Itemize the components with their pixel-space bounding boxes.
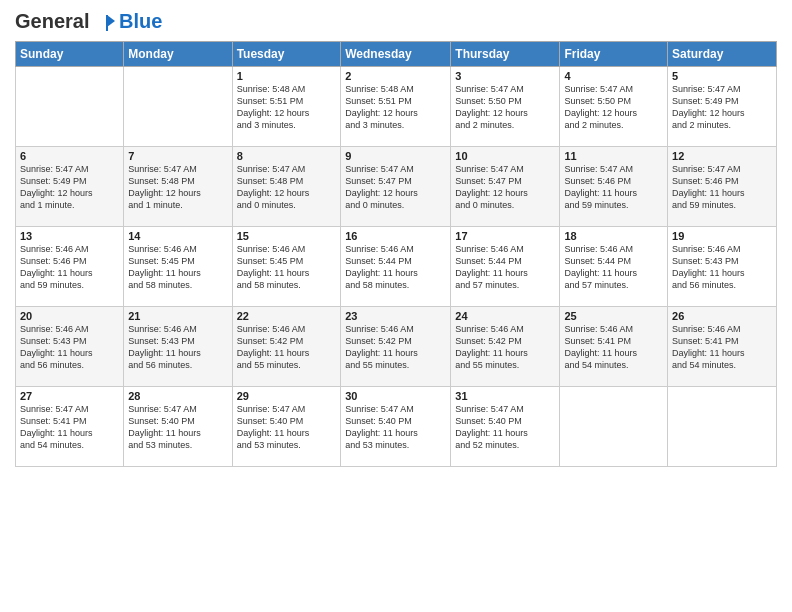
calendar-cell: 14Sunrise: 5:46 AM Sunset: 5:45 PM Dayli… (124, 227, 232, 307)
calendar-cell: 15Sunrise: 5:46 AM Sunset: 5:45 PM Dayli… (232, 227, 341, 307)
calendar-cell: 6Sunrise: 5:47 AM Sunset: 5:49 PM Daylig… (16, 147, 124, 227)
calendar-table: SundayMondayTuesdayWednesdayThursdayFrid… (15, 41, 777, 467)
day-info: Sunrise: 5:47 AM Sunset: 5:46 PM Dayligh… (564, 163, 663, 212)
day-info: Sunrise: 5:47 AM Sunset: 5:47 PM Dayligh… (345, 163, 446, 212)
calendar-cell: 30Sunrise: 5:47 AM Sunset: 5:40 PM Dayli… (341, 387, 451, 467)
weekday-header: Tuesday (232, 42, 341, 67)
day-number: 24 (455, 310, 555, 322)
day-number: 3 (455, 70, 555, 82)
day-info: Sunrise: 5:47 AM Sunset: 5:46 PM Dayligh… (672, 163, 772, 212)
day-number: 13 (20, 230, 119, 242)
day-number: 31 (455, 390, 555, 402)
page: General Blue SundayMondayTuesdayWednesda… (0, 0, 792, 612)
day-info: Sunrise: 5:47 AM Sunset: 5:48 PM Dayligh… (237, 163, 337, 212)
day-info: Sunrise: 5:46 AM Sunset: 5:43 PM Dayligh… (128, 323, 227, 372)
day-info: Sunrise: 5:47 AM Sunset: 5:50 PM Dayligh… (455, 83, 555, 132)
day-info: Sunrise: 5:46 AM Sunset: 5:44 PM Dayligh… (564, 243, 663, 292)
day-number: 28 (128, 390, 227, 402)
calendar-cell: 10Sunrise: 5:47 AM Sunset: 5:47 PM Dayli… (451, 147, 560, 227)
calendar-cell: 19Sunrise: 5:46 AM Sunset: 5:43 PM Dayli… (668, 227, 777, 307)
day-info: Sunrise: 5:47 AM Sunset: 5:40 PM Dayligh… (237, 403, 337, 452)
calendar-cell: 24Sunrise: 5:46 AM Sunset: 5:42 PM Dayli… (451, 307, 560, 387)
day-info: Sunrise: 5:46 AM Sunset: 5:46 PM Dayligh… (20, 243, 119, 292)
day-number: 6 (20, 150, 119, 162)
calendar-cell: 29Sunrise: 5:47 AM Sunset: 5:40 PM Dayli… (232, 387, 341, 467)
calendar-cell (560, 387, 668, 467)
day-number: 19 (672, 230, 772, 242)
day-info: Sunrise: 5:46 AM Sunset: 5:45 PM Dayligh… (128, 243, 227, 292)
calendar-cell: 7Sunrise: 5:47 AM Sunset: 5:48 PM Daylig… (124, 147, 232, 227)
calendar-cell: 2Sunrise: 5:48 AM Sunset: 5:51 PM Daylig… (341, 67, 451, 147)
calendar-cell: 3Sunrise: 5:47 AM Sunset: 5:50 PM Daylig… (451, 67, 560, 147)
day-info: Sunrise: 5:47 AM Sunset: 5:50 PM Dayligh… (564, 83, 663, 132)
calendar-cell: 26Sunrise: 5:46 AM Sunset: 5:41 PM Dayli… (668, 307, 777, 387)
calendar-cell: 21Sunrise: 5:46 AM Sunset: 5:43 PM Dayli… (124, 307, 232, 387)
day-number: 15 (237, 230, 337, 242)
day-number: 21 (128, 310, 227, 322)
calendar-cell: 17Sunrise: 5:46 AM Sunset: 5:44 PM Dayli… (451, 227, 560, 307)
calendar-week-row: 6Sunrise: 5:47 AM Sunset: 5:49 PM Daylig… (16, 147, 777, 227)
day-info: Sunrise: 5:48 AM Sunset: 5:51 PM Dayligh… (345, 83, 446, 132)
calendar-cell: 13Sunrise: 5:46 AM Sunset: 5:46 PM Dayli… (16, 227, 124, 307)
day-info: Sunrise: 5:46 AM Sunset: 5:41 PM Dayligh… (672, 323, 772, 372)
logo: General Blue (15, 10, 162, 33)
calendar-cell: 22Sunrise: 5:46 AM Sunset: 5:42 PM Dayli… (232, 307, 341, 387)
day-info: Sunrise: 5:46 AM Sunset: 5:42 PM Dayligh… (455, 323, 555, 372)
weekday-header: Friday (560, 42, 668, 67)
day-info: Sunrise: 5:48 AM Sunset: 5:51 PM Dayligh… (237, 83, 337, 132)
day-info: Sunrise: 5:46 AM Sunset: 5:44 PM Dayligh… (455, 243, 555, 292)
weekday-header: Saturday (668, 42, 777, 67)
calendar-cell: 31Sunrise: 5:47 AM Sunset: 5:40 PM Dayli… (451, 387, 560, 467)
day-number: 17 (455, 230, 555, 242)
day-number: 2 (345, 70, 446, 82)
day-info: Sunrise: 5:47 AM Sunset: 5:49 PM Dayligh… (20, 163, 119, 212)
calendar-cell: 4Sunrise: 5:47 AM Sunset: 5:50 PM Daylig… (560, 67, 668, 147)
day-number: 26 (672, 310, 772, 322)
day-number: 5 (672, 70, 772, 82)
day-info: Sunrise: 5:47 AM Sunset: 5:40 PM Dayligh… (455, 403, 555, 452)
calendar-week-row: 27Sunrise: 5:47 AM Sunset: 5:41 PM Dayli… (16, 387, 777, 467)
calendar-body: 1Sunrise: 5:48 AM Sunset: 5:51 PM Daylig… (16, 67, 777, 467)
calendar-cell: 18Sunrise: 5:46 AM Sunset: 5:44 PM Dayli… (560, 227, 668, 307)
calendar-cell: 1Sunrise: 5:48 AM Sunset: 5:51 PM Daylig… (232, 67, 341, 147)
header: General Blue (15, 10, 777, 33)
day-number: 27 (20, 390, 119, 402)
calendar-week-row: 13Sunrise: 5:46 AM Sunset: 5:46 PM Dayli… (16, 227, 777, 307)
svg-marker-0 (107, 15, 115, 27)
weekday-header: Sunday (16, 42, 124, 67)
weekday-header: Thursday (451, 42, 560, 67)
day-info: Sunrise: 5:47 AM Sunset: 5:49 PM Dayligh… (672, 83, 772, 132)
calendar-cell: 20Sunrise: 5:46 AM Sunset: 5:43 PM Dayli… (16, 307, 124, 387)
logo-flag-icon (97, 13, 117, 33)
calendar-cell: 12Sunrise: 5:47 AM Sunset: 5:46 PM Dayli… (668, 147, 777, 227)
calendar-cell: 8Sunrise: 5:47 AM Sunset: 5:48 PM Daylig… (232, 147, 341, 227)
day-info: Sunrise: 5:46 AM Sunset: 5:42 PM Dayligh… (237, 323, 337, 372)
day-info: Sunrise: 5:46 AM Sunset: 5:42 PM Dayligh… (345, 323, 446, 372)
day-number: 7 (128, 150, 227, 162)
day-number: 29 (237, 390, 337, 402)
day-info: Sunrise: 5:46 AM Sunset: 5:43 PM Dayligh… (672, 243, 772, 292)
day-info: Sunrise: 5:46 AM Sunset: 5:43 PM Dayligh… (20, 323, 119, 372)
day-number: 18 (564, 230, 663, 242)
calendar-cell: 5Sunrise: 5:47 AM Sunset: 5:49 PM Daylig… (668, 67, 777, 147)
calendar-cell: 25Sunrise: 5:46 AM Sunset: 5:41 PM Dayli… (560, 307, 668, 387)
day-info: Sunrise: 5:46 AM Sunset: 5:44 PM Dayligh… (345, 243, 446, 292)
calendar-week-row: 1Sunrise: 5:48 AM Sunset: 5:51 PM Daylig… (16, 67, 777, 147)
calendar-cell (16, 67, 124, 147)
day-number: 22 (237, 310, 337, 322)
logo-blue: Blue (119, 10, 162, 33)
calendar-cell: 16Sunrise: 5:46 AM Sunset: 5:44 PM Dayli… (341, 227, 451, 307)
calendar-week-row: 20Sunrise: 5:46 AM Sunset: 5:43 PM Dayli… (16, 307, 777, 387)
weekday-row: SundayMondayTuesdayWednesdayThursdayFrid… (16, 42, 777, 67)
day-number: 12 (672, 150, 772, 162)
day-info: Sunrise: 5:46 AM Sunset: 5:45 PM Dayligh… (237, 243, 337, 292)
day-number: 20 (20, 310, 119, 322)
day-number: 14 (128, 230, 227, 242)
day-info: Sunrise: 5:47 AM Sunset: 5:40 PM Dayligh… (345, 403, 446, 452)
day-number: 10 (455, 150, 555, 162)
day-number: 23 (345, 310, 446, 322)
day-info: Sunrise: 5:47 AM Sunset: 5:41 PM Dayligh… (20, 403, 119, 452)
logo-general: General (15, 10, 89, 32)
day-number: 4 (564, 70, 663, 82)
day-number: 11 (564, 150, 663, 162)
